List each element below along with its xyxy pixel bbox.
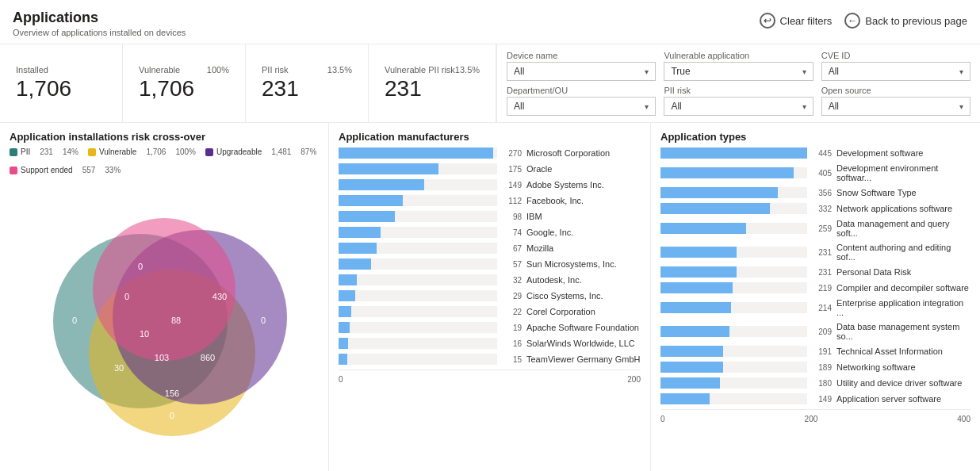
bar-value: 270 xyxy=(502,149,522,158)
bar-value: 259 xyxy=(812,224,832,233)
apptypes-title: Application types xyxy=(651,123,980,147)
legend-upgradeable-pct-val: 87% xyxy=(301,147,316,156)
svg-text:860: 860 xyxy=(201,353,215,362)
venn-panel: Application installations risk cross-ove… xyxy=(0,123,329,471)
list-item: 29 Cisco Systems, Inc. xyxy=(339,290,641,301)
axis-400: 400 xyxy=(957,415,970,423)
bar-label: IBM xyxy=(526,212,542,221)
bar-track xyxy=(660,167,807,178)
manufacturers-bars: 270 Microsoft Corporation 175 Oracle 149… xyxy=(339,147,641,365)
bar-label: Google, Inc. xyxy=(526,228,573,237)
legend-vulnerable: Vulnerable xyxy=(88,147,136,156)
legend-upgradeable-label: Upgradeable xyxy=(216,147,262,156)
bar-value: 15 xyxy=(502,355,522,364)
bar-fill xyxy=(660,247,737,258)
back-icon: ← xyxy=(844,13,860,29)
bar-fill xyxy=(339,338,348,349)
kpi-vuln-pii-value: 231 xyxy=(385,76,480,101)
filter-open-source-label: Open source xyxy=(821,86,970,95)
bar-value: 332 xyxy=(812,205,832,213)
bar-track xyxy=(660,302,807,313)
bar-track xyxy=(339,227,497,238)
manufacturers-panel: Application manufacturers 270 Microsoft … xyxy=(329,123,651,471)
filter-open-source-select[interactable]: All ▾ xyxy=(821,97,970,116)
filter-department-select[interactable]: All ▾ xyxy=(507,97,656,116)
legend-vulnerable-label: Vulnerable xyxy=(99,147,136,156)
filter-cve: CVE ID All ▾ xyxy=(821,51,970,81)
filter-device-name-select[interactable]: All ▾ xyxy=(507,62,656,81)
bar-value: 57 xyxy=(502,260,522,269)
list-item: 180 Utility and device driver software xyxy=(660,377,970,389)
legend-pii-label: PII xyxy=(21,147,30,156)
legend-support-ended-pct-val: 33% xyxy=(105,166,121,174)
bar-fill xyxy=(339,243,377,254)
filter-vulnerable-app-select[interactable]: True ▾ xyxy=(664,62,813,81)
bar-value: 231 xyxy=(812,248,832,257)
list-item: 149 Application server software xyxy=(660,393,970,404)
bar-value: 32 xyxy=(502,276,522,285)
bar-fill xyxy=(660,147,807,159)
bar-value: 231 xyxy=(812,268,832,277)
apptypes-panel: Application types 445 Development softwa… xyxy=(651,123,980,471)
bar-value: 219 xyxy=(812,284,832,293)
clear-filters-label: Clear filters xyxy=(780,15,833,27)
bar-track xyxy=(660,282,807,293)
filter-cve-label: CVE ID xyxy=(821,51,970,60)
back-button[interactable]: ← Back to previous page xyxy=(844,13,967,29)
bar-fill xyxy=(660,187,778,198)
bar-track xyxy=(660,187,807,198)
legend-support-ended: Support ended xyxy=(10,166,73,174)
bar-track xyxy=(339,290,497,301)
header-left: Applications Overview of applications in… xyxy=(13,10,186,37)
bar-label: Autodesk, Inc. xyxy=(526,275,582,285)
clear-filters-icon: ↩ xyxy=(760,13,775,29)
bar-value: 98 xyxy=(502,213,522,221)
bar-fill xyxy=(660,203,770,214)
clear-filters-button[interactable]: ↩ Clear filters xyxy=(760,13,833,29)
list-item: 74 Google, Inc. xyxy=(339,227,641,238)
filter-device-name-value: All xyxy=(514,66,524,77)
apptypes-bars: 445 Development software 405 Development… xyxy=(660,147,970,404)
bar-fill xyxy=(660,167,794,178)
legend-vulnerable-pct: 100% xyxy=(175,147,196,156)
filter-cve-select[interactable]: All ▾ xyxy=(821,62,970,81)
venn-legend: PII 231 14% Vulnerable 1,706 100% xyxy=(0,147,328,179)
bar-track xyxy=(339,354,497,365)
bar-track xyxy=(339,211,497,222)
legend-pii-pct-val: 14% xyxy=(63,147,78,156)
bar-track xyxy=(339,147,497,159)
kpi-vuln-pii-pct: 13.5% xyxy=(455,65,480,75)
bar-value: 22 xyxy=(502,308,522,316)
filter-row-2: Department/OU All ▾ PII risk All ▾ Open … xyxy=(507,86,970,116)
bar-value: 67 xyxy=(502,244,522,253)
bar-fill xyxy=(660,302,731,313)
list-item: 191 Technical Asset Information xyxy=(660,346,970,357)
bar-label: Sun Microsystems, Inc. xyxy=(526,259,617,269)
legend-support-ended-pct: 33% xyxy=(105,166,121,174)
list-item: 356 Snow Software Type xyxy=(660,187,970,198)
bar-track xyxy=(660,147,807,159)
bar-fill xyxy=(660,346,723,357)
back-label: Back to previous page xyxy=(865,15,967,27)
kpi-installed-label: Installed xyxy=(16,65,48,75)
header: Applications Overview of applications in… xyxy=(0,0,980,44)
page-title: Applications xyxy=(13,10,186,26)
filter-vulnerable-app-label: Vulnerable application xyxy=(664,51,813,60)
axis-0: 0 xyxy=(660,415,665,423)
bar-track xyxy=(339,258,497,270)
filter-department-value: All xyxy=(514,101,524,112)
bar-value: 74 xyxy=(502,228,522,237)
bar-fill xyxy=(339,147,493,159)
bar-label: TeamViewer Germany GmbH xyxy=(526,354,640,364)
venn-svg: 0 0 0 0 0 10 88 430 30 103 860 156 xyxy=(17,206,311,436)
list-item: 405 Development environment softwar... xyxy=(660,163,970,182)
chevron-down-icon: ▾ xyxy=(802,67,806,76)
legend-vulnerable-count: 1,706 xyxy=(146,147,166,156)
bar-label: Corel Corporation xyxy=(526,307,595,316)
kpi-vulnerable-value: 1,706 xyxy=(139,76,229,101)
bar-label: Facebook, Inc. xyxy=(526,196,584,205)
chevron-down-icon: ▾ xyxy=(959,102,963,111)
filter-pii-risk-select[interactable]: All ▾ xyxy=(664,97,813,116)
bar-value: 445 xyxy=(812,149,832,158)
axis-0: 0 xyxy=(339,375,343,384)
